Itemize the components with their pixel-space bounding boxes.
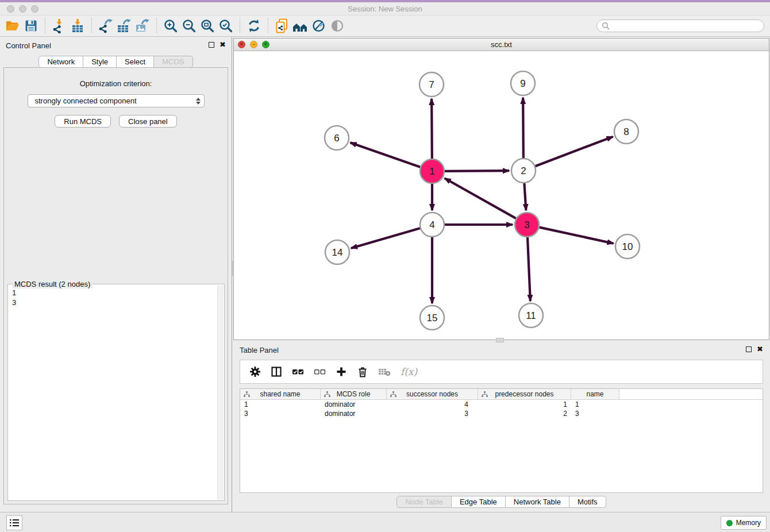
tab-node-table[interactable]: Node Table [396,496,452,508]
zoom-fit-button[interactable] [198,17,217,34]
close-panel-icon[interactable]: ✖ [757,346,763,353]
tab-network[interactable]: Network [38,56,83,68]
network-window-titlebar[interactable]: ✕ – + scc.txt [234,38,769,51]
control-panel-tabs: Network Style Select MCDS [0,56,232,68]
table-header-row: shared name MCDS role successor nodes pr… [240,389,763,400]
graph-edge-3-11[interactable] [528,237,530,301]
zoom-in-button[interactable] [161,17,180,34]
refresh-button[interactable] [245,17,263,34]
splitter-handle[interactable] [496,338,504,342]
graph-edge-2-8[interactable] [536,137,613,166]
column-header-predecessor-nodes[interactable]: predecessor nodes [478,389,571,399]
column-header-name[interactable]: name [571,389,619,399]
table-row[interactable]: 1dominator411 [240,400,763,409]
graph-edge-1-2[interactable] [445,171,509,171]
graph-node-6[interactable]: 6 [325,126,349,150]
graph-node-11[interactable]: 11 [519,303,543,327]
function-builder-button[interactable]: f(x) [401,363,417,380]
table-cell[interactable]: 1 [478,400,571,408]
table-panel-tabs: Node Table Edge Table Network Table Moti… [233,496,770,508]
network-document-button[interactable] [273,17,291,34]
graph-node-7[interactable]: 7 [419,72,444,97]
graph-node-8[interactable]: 8 [614,119,638,144]
graph-edge-1-7[interactable] [432,99,432,159]
close-panel-button[interactable]: Close panel [119,115,177,128]
tab-network-table[interactable]: Network Table [506,496,569,508]
table-cell[interactable]: 2 [478,410,571,418]
export-image-button[interactable] [133,17,152,34]
deselect-all-button[interactable] [314,363,326,380]
style-brush-button[interactable] [310,17,328,34]
save-session-button[interactable] [22,17,40,34]
memory-button[interactable]: Memory [721,516,767,530]
graph-node-9[interactable]: 9 [511,71,535,95]
graph-node-15[interactable]: 15 [420,306,444,330]
zoom-selected-button[interactable] [217,17,235,34]
graph-edge-3-10[interactable] [539,228,613,244]
select-all-button[interactable] [292,363,304,380]
add-row-button[interactable] [336,363,347,380]
table-cell[interactable]: 3 [571,410,619,418]
show-details-button[interactable] [328,17,346,34]
graph-edge-1-6[interactable] [351,142,421,167]
zoom-fit-icon [200,18,215,33]
network-canvas[interactable]: 7968124314101511 [234,51,769,340]
home-button[interactable] [291,17,310,34]
export-image-icon [135,18,150,33]
mcds-result-text[interactable]: 1 3 [8,286,217,500]
table-cell[interactable]: 3 [387,410,478,418]
graph-node-1[interactable]: 1 [420,159,444,183]
show-columns-button[interactable] [271,363,282,380]
column-header-shared-name[interactable]: shared name [240,389,321,399]
eye-icon [330,18,345,33]
table-cell[interactable]: dominator [321,410,387,418]
import-table-button[interactable] [68,17,87,34]
table-cell[interactable]: 4 [387,400,478,408]
open-session-button[interactable] [3,17,22,34]
run-mcds-button[interactable]: Run MCDS [55,115,111,128]
table-cell[interactable]: dominator [321,400,387,408]
table-cell[interactable]: 3 [240,410,321,418]
tab-style[interactable]: Style [83,56,117,68]
zoom-selected-icon [218,18,233,33]
graph-node-4[interactable]: 4 [420,213,444,237]
close-panel-icon[interactable]: ✖ [220,41,226,48]
mcds-panel: Optimization criterion: strongly connect… [3,67,228,504]
tab-edge-table[interactable]: Edge Table [452,496,506,508]
column-header-mcds-role[interactable]: MCDS role [321,389,387,399]
delete-row-button[interactable] [357,363,368,380]
export-network-button[interactable] [97,17,115,34]
graph-node-label: 11 [526,310,536,321]
graph-node-label: 4 [429,219,434,230]
graph-node-label: 14 [332,247,343,258]
graph-edge-2-3[interactable] [524,183,526,210]
zoom-out-button[interactable] [180,17,198,34]
table-cell[interactable]: 1 [571,400,619,408]
result-scrollbar[interactable] [217,286,224,500]
table-settings-button[interactable] [249,363,261,380]
table-cell[interactable]: 1 [240,400,321,408]
float-panel-icon[interactable] [746,346,752,352]
import-network-button[interactable] [50,17,68,34]
tab-motifs[interactable]: Motifs [569,496,606,508]
export-table-button[interactable] [115,17,133,34]
graph-node-14[interactable]: 14 [325,240,349,264]
tab-mcds[interactable]: MCDS [154,56,192,68]
float-panel-icon[interactable] [209,42,214,48]
task-history-button[interactable] [6,515,22,530]
list-icon [9,518,20,527]
criterion-select[interactable]: strongly connected component [28,94,205,107]
delete-table-button[interactable] [378,363,391,380]
tab-select[interactable]: Select [117,56,154,68]
column-header-successor-nodes[interactable]: successor nodes [387,389,478,399]
columns-icon [271,366,282,377]
graph-node-2[interactable]: 2 [511,159,536,183]
graph-node-10[interactable]: 10 [615,234,640,259]
table-row[interactable]: 3dominator323 [240,409,763,418]
graph-node-3[interactable]: 3 [515,213,539,237]
search-input[interactable] [613,22,759,30]
graph-edge-3-1[interactable] [445,178,516,218]
graph-edge-2-9[interactable] [523,98,523,158]
graph-edge-4-14[interactable] [351,228,420,248]
tree-icon [390,391,396,398]
